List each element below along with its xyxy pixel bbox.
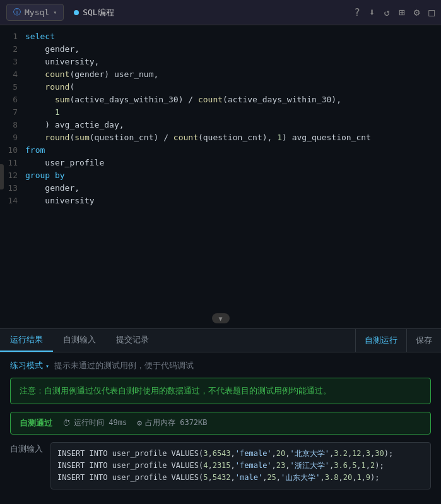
tab-self-test-input[interactable]: 自测输入 (53, 329, 106, 352)
clock-icon: ⏱ (62, 418, 71, 428)
layout-icon[interactable]: ⊞ (399, 6, 405, 18)
tab-run-result[interactable]: 运行结果 (0, 329, 53, 352)
self-input-line-3: INSERT INTO user_profile VALUES(5,5432,'… (57, 472, 424, 484)
memory-icon: ⚙ (137, 418, 142, 428)
runtime-meta: ⏱ 运行时间 49ms (62, 417, 127, 428)
save-btn[interactable]: 保存 (406, 328, 441, 352)
tab-submit-record[interactable]: 提交记录 (106, 329, 159, 352)
toolbar: ⓘ Mysql ▾ SQL编程 ? ⬇ ↺ ⊞ ⚙ □ (0, 0, 441, 25)
runtime-label: 运行时间 49ms (74, 417, 127, 428)
db-icon: ⓘ (13, 7, 21, 18)
memory-meta: ⚙ 占用内存 6372KB (137, 417, 207, 428)
download-icon[interactable]: ⬇ (369, 6, 375, 18)
tab-actions: 自测运行 保存 (355, 328, 441, 352)
practice-mode-label: 练习模式 (10, 360, 43, 371)
notice-text: 注意：自测用例通过仅代表自测时使用的数据通过，不代表题目的测试用例均能通过。 (20, 385, 421, 397)
self-input-label: 自测输入 (10, 442, 43, 490)
sql-tab[interactable]: SQL编程 (74, 7, 114, 18)
chevron-down-icon: ▾ (53, 9, 57, 16)
scroll-down-btn[interactable]: ▼ (212, 313, 230, 323)
toolbar-right: ? ⬇ ↺ ⊞ ⚙ □ (354, 6, 435, 18)
settings-icon[interactable]: ⚙ (414, 6, 420, 18)
result-tabs: 运行结果 自测输入 提交记录 自测运行 保存 (0, 328, 441, 352)
self-input-section: 自测输入 INSERT INTO user_profile VALUES(3,6… (10, 442, 431, 490)
expand-icon[interactable]: □ (428, 6, 435, 18)
notice-box: 注意：自测用例通过仅代表自测时使用的数据通过，不代表题目的测试用例均能通过。 (10, 378, 431, 404)
help-icon[interactable]: ? (354, 6, 360, 18)
code-editor[interactable]: 12345 678910 11121314 select gender, uni… (0, 25, 441, 328)
memory-label: 占用内存 6372KB (145, 417, 208, 428)
tab-dot (74, 10, 79, 15)
code-text[interactable]: select gender, university, count(gender)… (23, 25, 441, 328)
self-test-result-row: 自测通过 ⏱ 运行时间 49ms ⚙ 占用内存 6372KB (10, 412, 431, 435)
side-handle[interactable] (0, 164, 4, 189)
refresh-icon[interactable]: ↺ (384, 6, 390, 18)
practice-hint-text: 提示未通过的测试用例，便于代码调试 (54, 360, 194, 371)
practice-mode-bar: 练习模式 ▾ 提示未通过的测试用例，便于代码调试 (10, 360, 431, 371)
db-selector[interactable]: ⓘ Mysql ▾ (6, 4, 64, 21)
dropdown-icon: ▾ (45, 363, 49, 369)
results-area: 练习模式 ▾ 提示未通过的测试用例，便于代码调试 注意：自测用例通过仅代表自测时… (0, 352, 441, 504)
self-test-run-btn[interactable]: 自测运行 (355, 328, 406, 352)
pass-badge: 自测通过 (20, 417, 52, 429)
db-name: Mysql (25, 8, 49, 17)
practice-mode-button[interactable]: 练习模式 ▾ (10, 360, 49, 371)
self-input-code: INSERT INTO user_profile VALUES(3,6543,'… (50, 442, 431, 490)
self-input-line-1: INSERT INTO user_profile VALUES(3,6543,'… (57, 448, 424, 460)
tab-label: SQL编程 (83, 7, 114, 18)
self-input-line-2: INSERT INTO user_profile VALUES(4,2315,'… (57, 460, 424, 472)
